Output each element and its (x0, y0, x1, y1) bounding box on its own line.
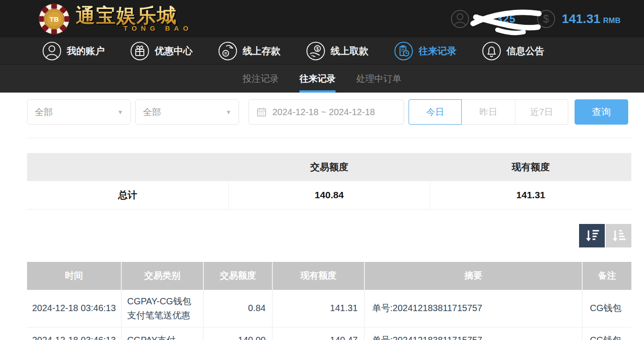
balance-currency: RMB (603, 16, 621, 25)
cell-balance: 141.31 (272, 290, 364, 327)
nav-item-transactions[interactable]: 往来记录 (394, 42, 456, 61)
col-header-time: 时间 (27, 262, 121, 290)
balance-amount: 141.31 (562, 12, 601, 26)
top-bar: TB 通宝娱乐城 TONG BAO bo7325 (0, 0, 644, 37)
records-tab-bar: 投注记录 往来记录 处理中订单 (0, 65, 644, 93)
col-header-note: 备注 (582, 262, 631, 290)
today-button[interactable]: 今日 (409, 99, 462, 125)
summary-total-row: 总计 140.84 141.31 (27, 181, 631, 209)
records-header-row: 时间 交易类别 交易额度 现有额度 摘要 备注 (27, 262, 631, 290)
table-row: 2024-12-18 03:46:13 CGPAY支付 140.00 140.4… (27, 327, 631, 340)
summary-balance-total: 141.31 (430, 181, 631, 209)
nav-item-promotions[interactable]: 优惠中心 (130, 42, 193, 61)
cell-note: CG钱包 (582, 290, 631, 327)
nav-label: 优惠中心 (155, 45, 193, 57)
gift-icon (130, 42, 149, 61)
chevron-down-icon: ▼ (117, 109, 123, 116)
calendar-icon (257, 107, 267, 117)
sort-ascending-icon (611, 228, 627, 244)
col-header-amount: 交易额度 (203, 262, 272, 290)
dropdown-value: 全部 (35, 106, 53, 118)
date-range-value: 2024-12-18 ~ 2024-12-18 (272, 107, 375, 117)
tab-betting-records[interactable]: 投注记录 (232, 65, 289, 93)
svg-text:TB: TB (50, 15, 59, 23)
brand-logo[interactable]: TB 通宝娱乐城 TONG BAO (38, 3, 193, 35)
cell-summary: 单号:202412183811715757 (364, 327, 582, 340)
brand-subtitle: TONG BAO (76, 24, 193, 32)
nav-label: 信息公告 (506, 45, 544, 57)
main-nav: 我的账户 优惠中心 线上存款 $ 线上取款 (0, 37, 644, 65)
dollar-icon: $ (537, 9, 556, 28)
quick-range-group: 今日 昨日 近7日 (409, 99, 568, 125)
sort-descending-button[interactable] (579, 224, 605, 247)
summary-header-balance: 现有额度 (430, 153, 631, 181)
cell-time: 2024-12-18 03:46:13 (27, 327, 121, 340)
chevron-down-icon: ▼ (225, 109, 231, 116)
category-dropdown-1[interactable]: 全部 ▼ (27, 99, 131, 125)
balance-display: $ 141.31RMB (537, 9, 621, 28)
cell-time: 2024-12-18 03:46:13 (27, 290, 121, 327)
nav-item-deposit[interactable]: 线上存款 (218, 42, 281, 61)
table-row: 2024-12-18 03:46:13 CGPAY-CG钱包支付笔笔送优惠 0.… (27, 290, 631, 327)
cell-summary: 单号:202412183811715757 (364, 290, 582, 327)
records-table: 时间 交易类别 交易额度 现有额度 摘要 备注 2024-12-18 03:46… (27, 262, 631, 340)
summary-transaction-total: 140.84 (229, 181, 430, 209)
nav-item-withdraw[interactable]: $ 线上取款 (306, 42, 368, 61)
withdraw-icon: $ (306, 42, 325, 61)
nav-label: 线上存款 (243, 45, 281, 57)
nav-label: 我的账户 (67, 45, 105, 57)
summary-header-transaction: 交易额度 (229, 153, 430, 181)
yesterday-button[interactable]: 昨日 (462, 99, 515, 125)
dropdown-value: 全部 (143, 106, 161, 118)
cell-balance: 140.47 (272, 327, 364, 340)
cell-amount: 140.00 (203, 327, 272, 340)
cell-amount: 0.84 (203, 290, 272, 327)
summary-header-row: 交易额度 现有额度 (27, 153, 631, 181)
content-area: 全部 ▼ 全部 ▼ 2024-12-18 ~ 2024-12-18 今日 昨日 … (0, 93, 644, 340)
sort-descending-icon (584, 228, 600, 244)
nav-item-announcements[interactable]: 信息公告 (482, 42, 544, 61)
filter-row: 全部 ▼ 全部 ▼ 2024-12-18 ~ 2024-12-18 今日 昨日 … (27, 99, 631, 125)
sort-controls (27, 224, 631, 247)
category-dropdown-2[interactable]: 全部 ▼ (135, 99, 239, 125)
col-header-summary: 摘要 (364, 262, 582, 290)
cell-type: CGPAY支付 (121, 327, 203, 340)
nav-label: 往来记录 (419, 45, 456, 57)
date-range-input[interactable]: 2024-12-18 ~ 2024-12-18 (248, 99, 404, 125)
last7days-button[interactable]: 近7日 (515, 99, 568, 125)
casino-chip-icon: TB (38, 3, 70, 35)
account-area: bo7325 $ 141.31RMB (451, 9, 621, 28)
nav-item-my-account[interactable]: 我的账户 (42, 42, 105, 61)
user-account[interactable]: bo7325 (451, 9, 516, 28)
col-header-type: 交易类别 (121, 262, 203, 290)
deposit-icon (218, 42, 237, 61)
col-header-balance: 现有额度 (272, 262, 364, 290)
tab-transaction-records[interactable]: 往来记录 (289, 65, 346, 93)
svg-text:$: $ (543, 13, 549, 25)
records-icon (394, 42, 413, 61)
sort-ascending-button[interactable] (606, 224, 631, 247)
username: bo7325 (476, 13, 516, 25)
summary-header-empty (27, 153, 229, 181)
user-icon (42, 42, 61, 61)
brand-title: 通宝娱乐城 (76, 5, 193, 26)
user-icon (451, 9, 469, 28)
cell-type: CGPAY-CG钱包支付笔笔送优惠 (121, 290, 203, 327)
section-divider (27, 138, 631, 138)
search-button[interactable]: 查询 (575, 99, 628, 125)
summary-total-label: 总计 (27, 181, 229, 209)
cell-note: CG钱包 (582, 327, 631, 340)
bell-icon (482, 42, 501, 61)
summary-table: 交易额度 现有额度 总计 140.84 141.31 (27, 153, 631, 210)
svg-text:$: $ (316, 47, 319, 51)
nav-label: 线上取款 (331, 45, 368, 57)
tab-pending-orders[interactable]: 处理中订单 (346, 65, 412, 93)
